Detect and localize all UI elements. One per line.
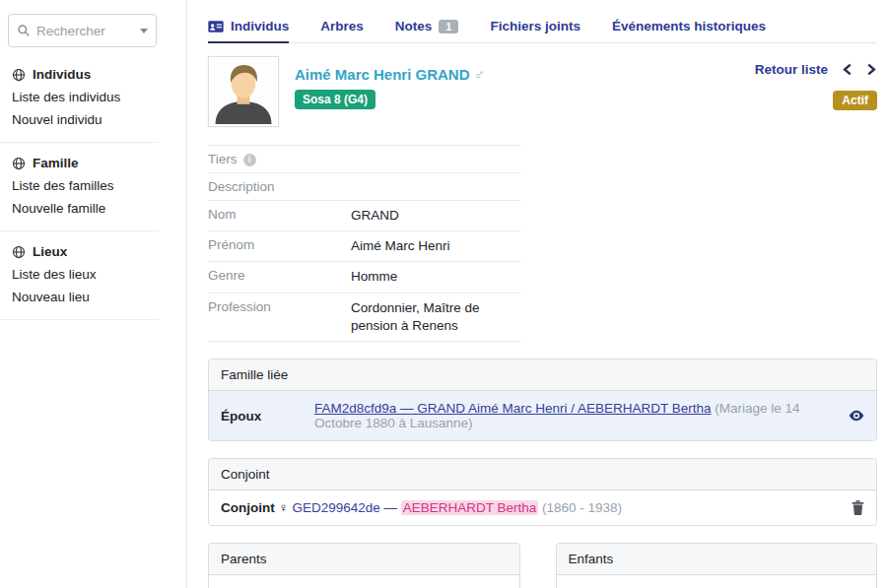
sosa-badge: Sosa 8 (G4) <box>295 90 375 109</box>
epoux-label: Époux <box>221 409 314 424</box>
parents-panel: Parents Père ♂ GEDf71a00a7 — GRAND Jean-… <box>208 543 520 588</box>
sidebar-item-liste-individus[interactable]: Liste des individus <box>0 86 186 108</box>
field-row-prenom: Prénom Aimé Marc Henri <box>208 231 521 262</box>
field-row-nom: Nom GRAND <box>208 201 521 231</box>
field-row-description: Description <box>208 173 521 201</box>
person-header: Aimé Marc Henri GRAND♂ Sosa 8 (G4) Retou… <box>208 56 877 127</box>
conjoint-panel: Conjoint Conjoint ♀ GED299642de — AEBERH… <box>208 458 877 526</box>
family-columns: Parents Père ♂ GEDf71a00a7 — GRAND Jean-… <box>208 526 877 588</box>
id-card-icon <box>208 21 224 33</box>
tab-notes[interactable]: Notes 1 <box>395 19 459 42</box>
sidebar-section-individus: Individus <box>0 65 186 86</box>
trash-icon[interactable] <box>852 500 864 515</box>
info-icon <box>243 154 256 166</box>
field-row-genre: Genre Homme <box>208 262 521 293</box>
female-symbol: ♀ <box>279 500 289 515</box>
back-to-list-link[interactable]: Retour liste <box>755 62 828 77</box>
pere-row: Père ♂ GEDf71a00a7 — GRAND Jean-Paul (18… <box>209 575 519 588</box>
sidebar-item-liste-familles[interactable]: Liste des familles <box>0 174 186 197</box>
globe-icon <box>12 157 26 170</box>
globe-icon <box>12 68 26 82</box>
conjoint-label: Conjoint ♀ <box>221 500 289 515</box>
avatar <box>208 56 279 127</box>
person-identity: Aimé Marc Henri GRAND♂ Sosa 8 (G4) <box>295 56 485 127</box>
eye-icon[interactable] <box>849 410 864 422</box>
sidebar-section-famille: Famille <box>0 154 186 174</box>
tab-fichiers-joints[interactable]: Fichiers joints <box>490 19 580 42</box>
divider <box>0 319 159 320</box>
divider <box>0 142 159 143</box>
famille-liee-panel: Famille liée Époux FAM2d8cfd9a — GRAND A… <box>208 359 877 441</box>
conjoint-header: Conjoint <box>209 459 876 490</box>
tab-individus[interactable]: Individus <box>208 19 289 42</box>
male-symbol: ♂ <box>474 66 485 83</box>
tab-bar: Individus Arbres Notes 1 Fichiers joints… <box>208 0 877 43</box>
search-icon <box>17 24 31 37</box>
enfants-panel: Enfants Enfant ♀ GED333965ac — GRAND Alb… <box>556 543 877 588</box>
conjoint-id-link[interactable]: GED299642de — <box>292 500 397 515</box>
epoux-row: Époux FAM2d8cfd9a — GRAND Aimé Marc Henr… <box>209 391 876 440</box>
field-row-tiers: Tiers <box>208 146 521 173</box>
tab-arbres[interactable]: Arbres <box>320 19 364 42</box>
sidebar-item-nouvelle-famille[interactable]: Nouvelle famille <box>0 197 186 220</box>
search-box[interactable] <box>8 14 157 47</box>
sidebar-item-nouveau-lieu[interactable]: Nouveau lieu <box>0 286 186 308</box>
conjoint-name-link[interactable]: AEBERHARDT Bertha <box>401 500 539 515</box>
header-actions: Retour liste Actif <box>755 56 877 127</box>
enfant-row-1: Enfant ♀ GED333965ac — GRAND Albertine (… <box>557 575 876 588</box>
app-window: Individus Liste des individus Nouvel ind… <box>0 0 887 588</box>
notes-count-badge: 1 <box>439 20 458 33</box>
search-input[interactable] <box>36 24 140 38</box>
sidebar-item-liste-lieux[interactable]: Liste des lieux <box>0 263 186 286</box>
globe-icon <box>12 245 26 259</box>
conjoint-dates: (1860 - 1938) <box>542 500 622 515</box>
enfant-link[interactable]: GED333965ac — GRAND Albertine (1881 - 18… <box>673 584 825 588</box>
chevron-down-icon <box>140 29 148 33</box>
chevron-left-icon[interactable] <box>842 63 853 76</box>
field-row-profession: Profession Cordonnier, Maître de pension… <box>208 294 521 342</box>
sidebar-section-lieux: Lieux <box>0 242 186 263</box>
conjoint-row: Conjoint ♀ GED299642de — AEBERHARDT Bert… <box>209 490 876 525</box>
person-name: Aimé Marc Henri GRAND♂ <box>295 66 485 83</box>
main-content: Individus Arbres Notes 1 Fichiers joints… <box>208 0 877 588</box>
sidebar: Individus Liste des individus Nouvel ind… <box>0 0 187 588</box>
sidebar-item-nouvel-individu[interactable]: Nouvel individu <box>0 108 186 131</box>
divider <box>0 230 159 231</box>
enfants-header: Enfants <box>557 544 876 575</box>
chevron-right-icon[interactable] <box>866 63 877 76</box>
tab-evenements-historiques[interactable]: Événements historiques <box>612 19 766 42</box>
pere-link[interactable]: GEDf71a00a7 — GRAND Jean-Paul (1822 - 18… <box>325 584 468 588</box>
parents-header: Parents <box>209 544 519 575</box>
famille-link[interactable]: FAM2d8cfd9a — GRAND Aimé Marc Henri / AE… <box>314 401 712 416</box>
person-fields: Tiers Description Nom GRAND Prénom Aimé … <box>208 145 521 342</box>
status-badge: Actif <box>833 91 877 110</box>
famille-liee-header: Famille liée <box>209 359 876 391</box>
